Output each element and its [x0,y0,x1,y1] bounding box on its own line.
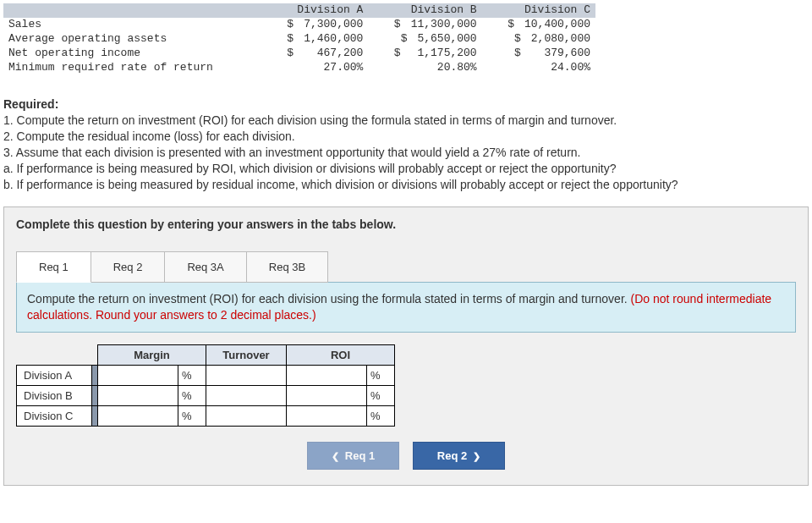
answer-row: Division C % % [17,405,395,426]
instruction-box: Compute the return on investment (ROI) f… [16,282,796,333]
roi-input[interactable] [287,405,367,426]
turnover-input[interactable] [206,385,287,405]
margin-input[interactable] [98,405,178,426]
row-label: Net operating income [3,47,255,61]
answer-row-label: Division B [17,385,92,405]
drag-handle-icon[interactable] [92,385,98,405]
turnover-input[interactable] [206,405,287,426]
unit-label: % [178,405,206,426]
col-header: Division B [368,3,481,18]
answer-row-label: Division A [17,365,92,385]
margin-input[interactable] [98,385,178,405]
cell: 24.00% [482,61,595,75]
nav-buttons: ❮ Req 1 Req 2 ❯ [16,442,796,470]
answer-col-header: Margin [98,344,206,365]
cell: $ 467,200 [255,47,368,61]
chevron-right-icon: ❯ [473,451,480,461]
chevron-left-icon: ❮ [332,451,339,461]
cell: $ 11,300,000 [368,18,481,32]
cell: $ 379,600 [482,47,595,61]
unit-label: % [178,365,206,385]
required-line: 3. Assume that each division is presente… [3,146,581,159]
margin-input[interactable] [98,365,178,385]
prev-button[interactable]: ❮ Req 1 [307,442,400,470]
required-section: Required: 1. Compute the return on inves… [3,96,809,192]
required-line: 2. Compute the residual income (loss) fo… [3,129,295,143]
cell: $ 7,300,000 [255,18,368,32]
row-label: Sales [3,18,255,32]
unit-label: % [178,385,206,405]
answer-col-header: Turnover [206,344,287,365]
required-line: a. If performance is being measured by R… [3,162,616,175]
answer-row: Division A % % [17,365,395,385]
cell: $ 1,175,200 [368,47,481,61]
roi-input[interactable] [287,385,367,405]
tab-req1[interactable]: Req 1 [16,251,91,283]
drag-handle-icon[interactable] [92,365,98,385]
cell: 20.80% [368,61,481,75]
cell: $ 10,400,000 [482,18,595,32]
answer-row: Division B % % [17,385,395,405]
unit-label: % [367,365,395,385]
cell: 27.00% [255,61,368,75]
turnover-input[interactable] [206,365,287,385]
drag-handle-icon[interactable] [92,405,98,426]
row-label: Average operating assets [3,32,255,47]
col-header: Division C [482,3,595,18]
roi-input[interactable] [287,365,367,385]
cell: $ 5,650,000 [368,32,481,47]
answer-table: Margin Turnover ROI Division A % % Divis… [16,344,395,427]
tab-req2[interactable]: Req 2 [91,251,166,283]
instruction-text: Compute the return on investment (ROI) f… [27,292,631,306]
cell: $ 2,080,000 [482,32,595,47]
division-data-table: Division A Division B Division C Sales $… [3,3,595,74]
tab-req3b[interactable]: Req 3B [246,251,328,283]
tab-req3a[interactable]: Req 3A [164,251,246,283]
answer-row-label: Division C [17,405,92,426]
col-header: Division A [255,3,368,18]
tab-bar: Req 1 Req 2 Req 3A Req 3B [16,251,796,283]
required-line: b. If performance is being measured by r… [3,178,678,191]
required-line: 1. Compute the return on investment (ROI… [3,113,617,127]
complete-message: Complete this question by entering your … [16,217,796,231]
answer-col-header: ROI [287,344,395,365]
row-label: Minimum required rate of return [3,61,255,75]
cell: $ 1,460,000 [255,32,368,47]
next-button[interactable]: Req 2 ❯ [413,442,506,470]
answer-panel: Complete this question by entering your … [3,206,809,486]
unit-label: % [367,385,395,405]
required-heading: Required: [3,97,58,111]
unit-label: % [367,405,395,426]
